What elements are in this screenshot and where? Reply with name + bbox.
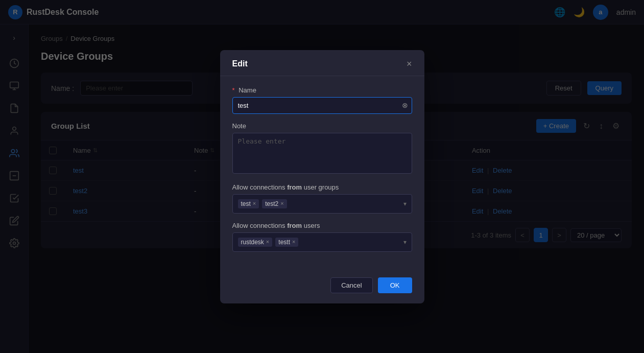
required-marker: * [232,86,235,94]
tag-test: test × [238,199,259,208]
tag-testt: testt × [275,238,298,247]
note-textarea[interactable] [232,133,412,174]
note-label: Note [232,122,412,130]
tag-rustdesk: rustdesk × [238,238,273,247]
tag-rustdesk-remove[interactable]: × [266,239,269,245]
modal-close-button[interactable]: × [407,59,412,68]
modal-body: * Name ⊗ Note Allow connections from use… [220,76,424,270]
name-label: * Name [232,86,412,94]
note-form-group: Note [232,122,412,175]
from-groups-label: Allow connections from user groups [232,183,412,191]
name-input[interactable] [232,97,412,114]
ok-button[interactable]: OK [378,277,412,293]
name-input-wrapper: ⊗ [232,97,412,114]
tag-testt-remove[interactable]: × [292,239,295,245]
from-users-label: Allow connections from users [232,222,412,229]
tag-test2: test2 × [262,199,287,208]
tag-test-remove[interactable]: × [253,201,256,206]
cancel-button[interactable]: Cancel [330,277,372,293]
modal-header: Edit × [220,50,424,76]
name-input-clear[interactable]: ⊗ [402,101,408,109]
modal-overlay[interactable]: Edit × * Name ⊗ Note [0,0,644,353]
modal-title: Edit [232,59,248,68]
users-dropdown-arrow: ▾ [403,239,407,246]
from-users-form-group: Allow connections from users rustdesk × … [232,222,412,252]
from-users-tag-select[interactable]: rustdesk × testt × ▾ [232,232,412,252]
edit-modal: Edit × * Name ⊗ Note [220,50,424,303]
from-groups-tag-select[interactable]: test × test2 × ▾ [232,194,412,214]
modal-footer: Cancel OK [220,270,424,303]
from-groups-form-group: Allow connections from user groups test … [232,183,412,214]
tag-test2-remove[interactable]: × [280,201,283,206]
name-form-group: * Name ⊗ [232,86,412,114]
groups-dropdown-arrow: ▾ [403,200,407,207]
